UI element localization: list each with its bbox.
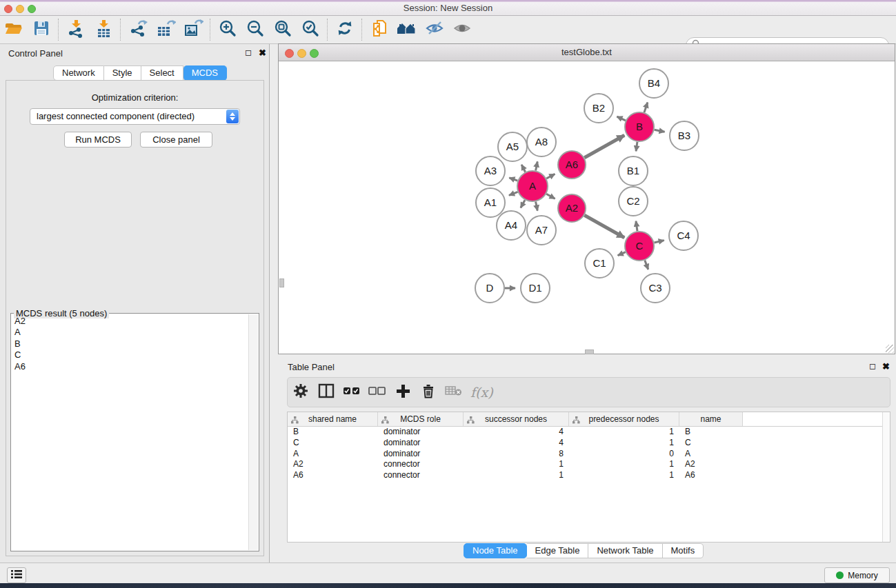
- table-row[interactable]: Adominator80A: [288, 449, 890, 460]
- edge-A6-B[interactable]: [584, 135, 624, 157]
- zoom-network-light[interactable]: [310, 49, 319, 58]
- function-builder-button[interactable]: f(x): [470, 385, 493, 400]
- edge-C-C2[interactable]: [636, 221, 637, 231]
- table-cell[interactable]: dominator: [378, 427, 464, 438]
- table-cell[interactable]: A6: [679, 470, 743, 481]
- tab-node-table[interactable]: Node Table: [464, 543, 527, 558]
- select-all-button[interactable]: [339, 381, 364, 403]
- table-cell[interactable]: A: [679, 449, 743, 460]
- mcds-result-list[interactable]: A2ABCA6: [12, 316, 248, 549]
- edge-A-A5[interactable]: [521, 165, 525, 172]
- column-header-predecessor-nodes[interactable]: predecessor nodes: [569, 412, 679, 426]
- zoom-fit-button[interactable]: [269, 19, 297, 41]
- edge-A-A8[interactable]: [536, 161, 538, 170]
- open-button[interactable]: [0, 19, 28, 41]
- export-network-button[interactable]: [124, 19, 152, 41]
- table-cell[interactable]: 0: [569, 449, 679, 460]
- table-cell[interactable]: 1: [569, 459, 679, 470]
- table-cell[interactable]: B: [679, 427, 743, 438]
- run-mcds-button[interactable]: Run MCDS: [64, 132, 132, 148]
- table-row[interactable]: Bdominator41B: [288, 427, 890, 438]
- table-cell[interactable]: dominator: [378, 438, 464, 449]
- result-item[interactable]: A6: [12, 361, 248, 372]
- criterion-select[interactable]: largest connected component (directed): [30, 108, 240, 125]
- close-network-light[interactable]: [285, 49, 294, 58]
- result-item[interactable]: A2: [12, 316, 248, 327]
- column-header-name[interactable]: name: [679, 412, 743, 426]
- zoom-selected-button[interactable]: [297, 19, 324, 41]
- float-table-panel-icon[interactable]: ◻: [869, 361, 876, 371]
- table-cell[interactable]: connector: [378, 470, 464, 481]
- column-header-successor-nodes[interactable]: successor nodes: [464, 412, 569, 426]
- home-button[interactable]: [393, 19, 421, 41]
- table-cell[interactable]: C: [679, 438, 743, 449]
- minimize-network-light[interactable]: [297, 49, 306, 58]
- table-cell[interactable]: 8: [464, 449, 569, 460]
- duplicate-network-button[interactable]: [366, 19, 393, 41]
- table-cell[interactable]: 1: [464, 470, 569, 481]
- edge-C-C1[interactable]: [618, 252, 626, 256]
- tab-style[interactable]: Style: [104, 65, 141, 81]
- show-columns-button[interactable]: [313, 381, 339, 403]
- edge-C-C4[interactable]: [654, 241, 664, 243]
- result-item[interactable]: A: [12, 327, 248, 338]
- table-cell[interactable]: A6: [288, 470, 378, 481]
- edge-A-A6[interactable]: [546, 174, 555, 179]
- table-cell[interactable]: A2: [288, 459, 378, 470]
- table-cell[interactable]: C: [288, 438, 378, 449]
- close-window-light[interactable]: [4, 5, 12, 13]
- table-row[interactable]: A6connector11A6: [288, 470, 890, 481]
- delete-table-button[interactable]: [441, 381, 466, 403]
- tab-network[interactable]: Network: [53, 65, 104, 81]
- table-scrollbar[interactable]: [882, 412, 890, 542]
- edge-A-A3[interactable]: [509, 178, 517, 181]
- table-cell[interactable]: A2: [679, 459, 743, 470]
- canvas-vscrollbar[interactable]: [279, 278, 284, 287]
- column-header-shared-name[interactable]: shared name: [288, 412, 378, 426]
- table-row[interactable]: Cdominator41C: [288, 438, 890, 449]
- edge-A-A7[interactable]: [536, 202, 538, 211]
- table-cell[interactable]: A: [288, 449, 378, 460]
- show-all-button[interactable]: [448, 19, 476, 41]
- table-cell[interactable]: connector: [378, 459, 464, 470]
- table-cell[interactable]: 1: [464, 459, 569, 470]
- add-column-button[interactable]: [390, 381, 415, 403]
- tab-motifs[interactable]: Motifs: [663, 543, 704, 558]
- result-scrollbar[interactable]: [248, 314, 258, 550]
- canvas-hscrollbar[interactable]: [585, 349, 594, 354]
- table-cell[interactable]: 1: [569, 427, 679, 438]
- table-cell[interactable]: 4: [464, 427, 569, 438]
- table-cell[interactable]: dominator: [378, 449, 464, 460]
- export-image-button[interactable]: [179, 19, 207, 41]
- result-item[interactable]: C: [12, 349, 248, 361]
- tab-mcds[interactable]: MCDS: [183, 65, 227, 81]
- resize-grip[interactable]: [886, 345, 894, 353]
- network-canvas[interactable]: AA6A2BCA5A8A3A1A4A7B2B4B3B1C2C4C1C3DD1: [279, 61, 895, 354]
- tab-network-table[interactable]: Network Table: [588, 543, 662, 558]
- table-cell[interactable]: 4: [464, 438, 569, 449]
- result-item[interactable]: B: [12, 338, 248, 349]
- edge-A2-C[interactable]: [584, 215, 624, 237]
- close-table-panel-icon[interactable]: ✖: [882, 361, 890, 372]
- refresh-button[interactable]: [331, 19, 359, 41]
- delete-column-button[interactable]: [415, 381, 441, 403]
- zoom-window-light[interactable]: [28, 5, 36, 13]
- import-network-button[interactable]: [62, 19, 90, 41]
- edge-B-B3[interactable]: [655, 130, 665, 132]
- task-history-button[interactable]: [7, 567, 26, 583]
- edge-B-B2[interactable]: [617, 116, 626, 121]
- table-cell[interactable]: 1: [569, 470, 679, 481]
- zoom-out-button[interactable]: [241, 19, 269, 41]
- import-table-button[interactable]: [90, 19, 117, 41]
- column-header-MCDS-role[interactable]: MCDS role: [378, 412, 464, 426]
- edge-C-C3[interactable]: [645, 261, 648, 270]
- deselect-all-button[interactable]: [364, 381, 390, 403]
- edge-A-A2[interactable]: [546, 194, 555, 199]
- hide-unselected-button[interactable]: [421, 19, 448, 41]
- edge-B-B1[interactable]: [636, 142, 637, 151]
- table-row[interactable]: A2connector11A2: [288, 459, 890, 470]
- tab-select[interactable]: Select: [141, 65, 183, 81]
- table-cell[interactable]: B: [288, 427, 378, 438]
- export-table-button[interactable]: [152, 19, 179, 41]
- zoom-in-button[interactable]: [214, 19, 241, 41]
